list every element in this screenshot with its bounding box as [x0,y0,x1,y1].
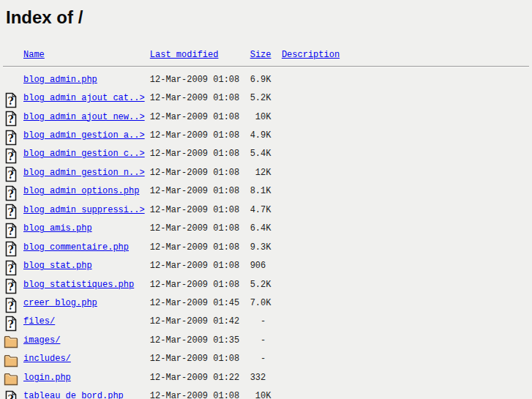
table-row: ? blog_admin_options.php 12-Mar-2009 01:… [4,182,532,201]
name-pad [97,298,150,308]
file-link[interactable]: creer_blog.php [23,298,97,308]
unknown-file-icon: ? [4,220,18,236]
file-size: 6.9K [250,75,282,85]
file-size: 8.1K [250,186,282,196]
file-date: 12-Mar-2009 01:08 [150,112,250,122]
table-row: ? creer_blog.php 12-Mar-2009 01:45 7.0K [4,294,532,312]
name-pad [124,391,150,399]
unknown-file-icon: ? [4,146,18,162]
name-pad [71,354,150,364]
unknown-file-icon: ? [4,202,18,218]
file-date: 12-Mar-2009 01:08 [150,149,250,159]
name-pad [145,168,150,178]
unknown-file-icon: ? [4,258,18,274]
table-row: ? blog_admin_ajout_cat..> 12-Mar-2009 01… [4,89,532,107]
blank-icon [4,59,18,60]
file-link[interactable]: blog_admin_options.php [23,186,139,196]
unknown-file-icon: ? [4,239,18,256]
file-size: - [250,354,282,364]
file-size: - [250,335,282,346]
unknown-file-icon: ? [4,183,18,199]
file-date: 12-Mar-2009 01:08 [150,391,250,399]
file-link[interactable]: login.php [23,373,71,383]
unknown-file-icon: ? [4,277,18,293]
file-size: 906 [250,261,282,271]
table-row: ? blog_admin_suppressi..> 12-Mar-2009 01… [4,201,532,219]
file-date: 12-Mar-2009 01:08 [150,93,250,103]
file-link[interactable]: files/ [23,316,55,327]
file-size: 4.7K [250,205,282,215]
header-pad-name [45,50,150,60]
file-date: 12-Mar-2009 01:08 [150,168,250,178]
file-size: 7.0K [250,298,282,308]
unknown-file-icon: ? [4,295,18,311]
sort-by-name-link[interactable]: Name [23,50,45,60]
name-pad [134,280,150,290]
name-pad [129,242,150,253]
table-row: ? blog_admin_gestion_a..> 12-Mar-2009 01… [4,126,532,144]
file-size: 332 [250,373,282,383]
name-pad [92,223,150,234]
file-link[interactable]: blog_statistiques.php [23,280,134,290]
unknown-file-icon: ? [4,370,18,386]
file-link[interactable]: images/ [23,335,60,346]
file-date: 12-Mar-2009 01:08 [150,354,250,364]
file-date: 12-Mar-2009 01:22 [150,373,250,383]
name-pad [145,93,150,103]
file-link[interactable]: blog_admin_gestion_n..> [23,168,145,178]
file-link[interactable]: blog_admin_suppressi..> [23,205,145,215]
table-row: ? files/ 12-Mar-2009 01:42 - [4,313,532,331]
listing-header: Name Last modified Size Description [4,45,532,60]
file-link[interactable]: blog_amis.php [23,223,92,234]
folder-icon [4,351,18,367]
table-row: ? images/ 12-Mar-2009 01:35 - [4,331,532,349]
file-link[interactable]: blog_admin_gestion_a..> [23,130,145,141]
file-link[interactable]: blog_stat.php [23,261,92,271]
sort-by-size-link[interactable]: Size [250,50,271,60]
table-row: ? blog_admin.php 12-Mar-2009 01:08 6.9K [4,70,532,89]
file-rows: ? blog_admin.php 12-Mar-2009 01:08 6.9K … [4,70,532,399]
file-size: 9.3K [250,242,282,253]
file-link[interactable]: blog_admin.php [23,75,97,85]
header-pad-size [271,50,282,60]
file-date: 12-Mar-2009 01:08 [150,242,250,253]
file-date: 12-Mar-2009 01:35 [150,335,250,346]
name-pad [145,205,150,215]
file-size: 12K [250,168,282,178]
file-date: 12-Mar-2009 01:08 [150,261,250,271]
table-row: ? blog_statistiques.php 12-Mar-2009 01:0… [4,275,532,294]
sort-by-modified-link[interactable]: Last modified [150,50,219,60]
file-date: 12-Mar-2009 01:08 [150,186,250,196]
file-size: 5.4K [250,149,282,159]
header-divider [3,66,529,67]
folder-icon [4,332,18,348]
file-link[interactable]: tableau_de_bord.php [23,391,124,399]
table-row: ? includes/ 12-Mar-2009 01:08 - [4,350,532,368]
name-pad [145,130,150,141]
file-date: 12-Mar-2009 01:08 [150,75,250,85]
file-link[interactable]: blog_admin_ajout_new..> [23,112,145,122]
file-link[interactable]: blog_admin_ajout_cat..> [23,93,145,103]
table-row: ? blog_admin_ajout_new..> 12-Mar-2009 01… [4,108,532,126]
file-size: 10K [250,391,282,399]
header-pad-modified [218,50,250,60]
file-date: 12-Mar-2009 01:08 [150,130,250,141]
table-row: ? blog_admin_gestion_c..> 12-Mar-2009 01… [4,145,532,163]
unknown-file-icon: ? [4,72,18,88]
unknown-file-icon: ? [4,165,18,181]
file-link[interactable]: blog_commentaire.php [23,242,129,253]
table-row: ? tableau_de_bord.php 12-Mar-2009 01:08 … [4,387,532,399]
file-link[interactable]: blog_admin_gestion_c..> [23,149,145,159]
file-date: 12-Mar-2009 01:08 [150,280,250,290]
name-pad [145,112,150,122]
unknown-file-icon: ? [4,90,18,106]
table-row: ? login.php 12-Mar-2009 01:22 332 [4,368,532,387]
file-size: 4.9K [250,130,282,141]
file-link[interactable]: includes/ [23,354,71,364]
file-size: - [250,316,282,327]
name-pad [145,149,150,159]
table-row: ? blog_admin_gestion_n..> 12-Mar-2009 01… [4,163,532,182]
name-pad [55,316,150,327]
sort-by-description-link[interactable]: Description [282,50,340,60]
file-size: 6.4K [250,223,282,234]
